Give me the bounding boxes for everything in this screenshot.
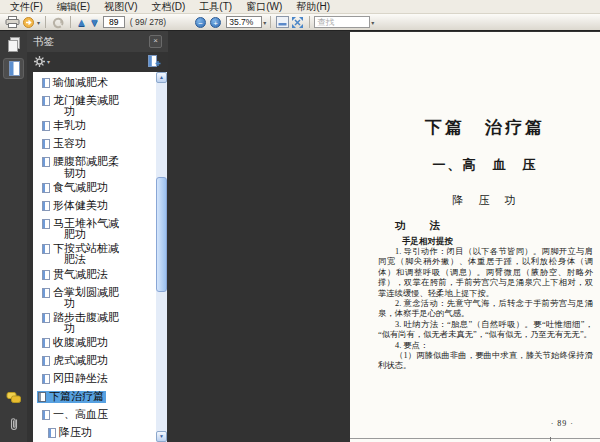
toolbar-separator bbox=[70, 16, 71, 28]
goto-current-bookmark-button[interactable] bbox=[147, 55, 161, 68]
bookmark-item[interactable]: 踏步击腹减肥 功 bbox=[33, 309, 167, 334]
search-input[interactable] bbox=[314, 16, 370, 28]
bookmark-item-inner[interactable]: 冈田静坐法 bbox=[41, 373, 110, 384]
minus-icon: − bbox=[198, 19, 203, 28]
bookmark-plus-icon bbox=[147, 55, 161, 68]
page-number-input[interactable] bbox=[103, 16, 125, 28]
bookmark-item-inner[interactable]: 龙门健美减肥 功 bbox=[41, 95, 121, 117]
bookmark-label: 下按式站桩减 肥法 bbox=[53, 243, 119, 265]
bookmark-item[interactable]: 龙门健美减肥 功 bbox=[33, 92, 167, 117]
bookmark-item-inner[interactable]: 降压功 bbox=[47, 427, 94, 438]
zoom-dropdown-caret-icon[interactable]: ▾ bbox=[263, 19, 266, 26]
bookmark-item[interactable]: 丰乳功 bbox=[33, 117, 167, 135]
bookmark-item[interactable]: 合掌划圆减肥 功 bbox=[33, 284, 167, 309]
options-gear-button[interactable]: ▾ bbox=[34, 56, 50, 67]
menu-item-1[interactable]: 编辑(E) bbox=[50, 1, 97, 13]
bookmark-label: 收腹减肥功 bbox=[53, 337, 108, 348]
menu-item-5[interactable]: 窗口(W) bbox=[239, 1, 289, 13]
bookmark-item[interactable]: 瑜伽减肥术 bbox=[33, 74, 167, 92]
bookmark-item[interactable]: 贯气减肥法 bbox=[33, 266, 167, 284]
bookmark-item[interactable]: 形体健美功 bbox=[33, 197, 167, 215]
document-page: 下篇 治疗篇 一、高 血 压 降 压 功 功 法 手足相对提按 1. 导引动作：… bbox=[350, 32, 600, 442]
bookmark-item-inner[interactable]: 腰腹部减肥柔 韧功 bbox=[41, 156, 121, 178]
bookmark-item[interactable]: 一、高血压 bbox=[33, 406, 167, 424]
bookmark-label: 丰乳功 bbox=[53, 120, 86, 131]
paperclip-icon bbox=[8, 416, 20, 431]
document-pane[interactable]: 下篇 治疗篇 一、高 血 压 降 压 功 功 法 手足相对提按 1. 导引动作：… bbox=[168, 31, 600, 442]
comments-panel-button[interactable] bbox=[3, 387, 24, 408]
bookmark-item-inner[interactable]: 虎式减肥功 bbox=[41, 355, 110, 366]
page-paragraph: 1. 导引动作：闭目（以下各节皆同）。两脚开立与肩同宽（脚尖稍外撇）、体重居于踵… bbox=[378, 247, 593, 299]
bookmark-item[interactable]: 收腹减肥功 bbox=[33, 334, 167, 352]
bookmark-item-inner[interactable]: 丰乳功 bbox=[41, 120, 88, 131]
toolbar-separator bbox=[270, 16, 271, 28]
bookmark-item[interactable]: 腰腹部减肥柔 韧功 bbox=[33, 153, 167, 178]
bookmark-item-inner[interactable]: 食气减肥功 bbox=[41, 182, 110, 193]
bookmark-item-inner[interactable]: 下按式站桩减 肥法 bbox=[41, 243, 121, 265]
zoom-out-button[interactable]: − bbox=[195, 17, 206, 28]
toolbar: ▾ ▲ ▼ ( 99/ 278) − + 35.7% ▾ ▾ bbox=[0, 14, 600, 31]
bookmark-item[interactable]: 马王堆补气减 肥功 bbox=[33, 215, 167, 240]
bookmark-item-inner[interactable]: 踏步击腹减肥 功 bbox=[41, 312, 121, 334]
bookmarks-options-bar: ▾ bbox=[27, 52, 168, 70]
bookmark-item-inner[interactable]: 马王堆补气减 肥功 bbox=[41, 218, 121, 240]
bookmark-item[interactable]: 玉容功 bbox=[33, 135, 167, 153]
print-button[interactable] bbox=[5, 15, 20, 29]
bookmark-item-inner[interactable]: 形体健美功 bbox=[41, 200, 110, 211]
bookmark-page-icon bbox=[42, 183, 50, 193]
search-dropdown-caret-icon[interactable]: ▾ bbox=[371, 19, 374, 26]
bookmark-item[interactable]: 虎式减肥功 bbox=[33, 352, 167, 370]
bookmarks-scrollbar[interactable]: ▲ ▼ bbox=[156, 72, 167, 442]
bookmarks-list: 瑜伽减肥术龙门健美减肥 功丰乳功玉容功腰腹部减肥柔 韧功食气减肥功形体健美功马王… bbox=[33, 72, 167, 442]
menu-item-0[interactable]: 文件(F) bbox=[3, 1, 50, 13]
attachments-panel-button[interactable] bbox=[3, 413, 24, 434]
page-method-heading: 功 法 bbox=[395, 219, 441, 233]
page-count-label: ( 99/ 278) bbox=[130, 17, 166, 27]
menu-item-6[interactable]: 帮助(H) bbox=[289, 1, 337, 13]
scrollbar-thumb[interactable] bbox=[156, 177, 167, 292]
bookmark-item-inner[interactable]: 瑜伽减肥术 bbox=[41, 77, 110, 88]
bookmark-item[interactable]: 冈田静坐法 bbox=[33, 370, 167, 388]
bookmarks-panel-title: 书签 bbox=[33, 35, 54, 49]
bookmark-page-icon bbox=[42, 96, 50, 106]
bookmark-item-inner[interactable]: 贯气减肥法 bbox=[41, 269, 110, 280]
previous-page-button[interactable]: ▲ bbox=[76, 15, 87, 29]
scroll-up-button[interactable]: ▲ bbox=[156, 72, 167, 83]
zoom-level-input[interactable]: 35.7% bbox=[226, 16, 262, 28]
next-page-button[interactable]: ▼ bbox=[89, 15, 100, 29]
bookmark-page-icon bbox=[38, 392, 46, 402]
bookmark-item[interactable]: 降压功 bbox=[33, 424, 167, 442]
bookmark-label: 马王堆补气减 肥功 bbox=[53, 218, 119, 240]
close-panel-button[interactable]: × bbox=[149, 35, 162, 48]
pages-panel-button[interactable] bbox=[3, 34, 24, 55]
fit-width-icon bbox=[276, 16, 289, 28]
bookmark-item[interactable]: 下按式站桩减 肥法 bbox=[33, 240, 167, 265]
bookmark-label: 腰腹部减肥柔 韧功 bbox=[53, 156, 119, 178]
previous-view-button[interactable] bbox=[51, 15, 65, 29]
menu-item-2[interactable]: 视图(V) bbox=[97, 1, 144, 13]
bookmarks-panel-header: 书签 × bbox=[27, 31, 168, 52]
bookmark-page-icon bbox=[48, 428, 56, 438]
bookmark-label: 下篇治疗篇 bbox=[49, 391, 104, 402]
zoom-in-button[interactable]: + bbox=[210, 17, 221, 28]
fullscreen-button[interactable] bbox=[291, 15, 304, 29]
export-button[interactable]: ▾ bbox=[22, 15, 40, 29]
bookmark-item-inner[interactable]: 一、高血压 bbox=[41, 409, 110, 420]
bookmark-item[interactable]: 下篇治疗篇 bbox=[33, 388, 167, 406]
menu-item-3[interactable]: 文档(D) bbox=[144, 1, 192, 13]
bookmark-item-inner[interactable]: 合掌划圆减肥 功 bbox=[41, 287, 121, 309]
fit-width-button[interactable] bbox=[276, 15, 289, 29]
bookmark-page-icon bbox=[42, 244, 50, 254]
bookmark-item-inner[interactable]: 玉容功 bbox=[41, 138, 88, 149]
pdf-reader-window: 文件(F)编辑(E)视图(V)文档(D)工具(T)窗口(W)帮助(H) ▾ ▲ … bbox=[0, 0, 600, 442]
bookmark-item-selected[interactable]: 下篇治疗篇 bbox=[37, 391, 106, 402]
page-chapter-heading: 一、高 血 压 bbox=[378, 156, 592, 174]
scroll-down-button[interactable]: ▼ bbox=[156, 431, 167, 442]
page-section-title: 降 压 功 bbox=[378, 193, 592, 208]
bookmark-item-inner[interactable]: 收腹减肥功 bbox=[41, 337, 110, 348]
bookmark-page-icon bbox=[42, 201, 50, 211]
menu-item-4[interactable]: 工具(T) bbox=[192, 1, 239, 13]
bookmark-item[interactable]: 食气减肥功 bbox=[33, 179, 167, 197]
export-dropdown-caret-icon[interactable]: ▾ bbox=[37, 19, 40, 26]
bookmarks-panel-button[interactable] bbox=[3, 58, 24, 79]
